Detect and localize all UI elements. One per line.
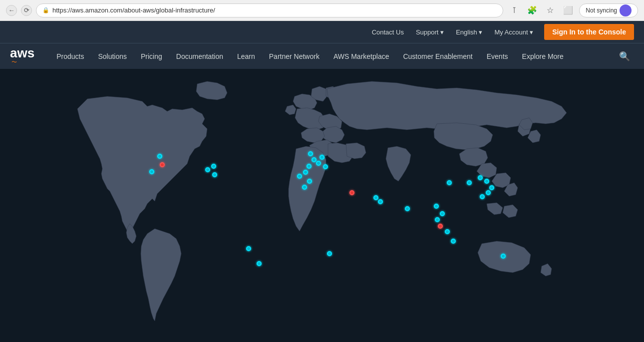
profile-avatar bbox=[620, 4, 632, 16]
contact-us-link[interactable]: Contact Us bbox=[367, 28, 409, 36]
back-button[interactable]: ← bbox=[6, 5, 17, 16]
not-syncing-label: Not syncing bbox=[586, 7, 617, 14]
nav-solutions[interactable]: Solutions bbox=[91, 43, 134, 69]
refresh-button[interactable]: ⟳ bbox=[21, 5, 32, 16]
location-dot-29 bbox=[440, 211, 445, 216]
location-dot-28 bbox=[434, 204, 439, 209]
location-dot-36 bbox=[257, 261, 262, 266]
location-dot-0 bbox=[157, 154, 162, 159]
not-syncing-button[interactable]: Not syncing bbox=[579, 3, 638, 17]
nav-customer-enablement[interactable]: Customer Enablement bbox=[396, 43, 479, 69]
extensions-button[interactable]: 🧩 bbox=[525, 3, 539, 17]
location-dot-4 bbox=[205, 167, 210, 172]
location-dot-12 bbox=[307, 164, 312, 169]
nav-search[interactable]: 🔍 bbox=[615, 47, 634, 66]
nav-partner-network[interactable]: Partner Network bbox=[262, 43, 326, 69]
lock-icon: 🔒 bbox=[42, 7, 49, 13]
location-dot-15 bbox=[307, 179, 312, 184]
location-dot-11 bbox=[323, 164, 328, 169]
world-map-svg bbox=[47, 69, 597, 342]
location-dot-34 bbox=[501, 254, 506, 259]
aws-logo[interactable]: aws 〜 bbox=[10, 46, 34, 66]
nav-documentation[interactable]: Documentation bbox=[169, 43, 230, 69]
my-account-label: My Account bbox=[494, 28, 528, 36]
location-dot-3 bbox=[211, 164, 216, 169]
location-dot-16 bbox=[302, 185, 307, 190]
reader-mode-button[interactable]: ⊺ bbox=[507, 3, 521, 17]
location-dot-31 bbox=[438, 224, 443, 229]
location-dot-24 bbox=[484, 179, 489, 184]
sign-in-button[interactable]: Sign In to the Console bbox=[544, 24, 634, 40]
nav-pricing[interactable]: Pricing bbox=[134, 43, 169, 69]
location-dot-1 bbox=[149, 169, 154, 174]
location-dot-13 bbox=[303, 170, 308, 175]
support-label: Support bbox=[416, 28, 439, 36]
browser-actions: ⊺ 🧩 ☆ ⬜ Not syncing bbox=[507, 3, 638, 17]
location-dot-6 bbox=[246, 246, 251, 251]
nav-items: Products Solutions Pricing Documentation… bbox=[49, 43, 615, 69]
aws-nav: aws 〜 Products Solutions Pricing Documen… bbox=[0, 43, 644, 69]
location-dot-10 bbox=[320, 155, 324, 160]
search-icon[interactable]: 🔍 bbox=[615, 47, 634, 66]
my-account-dropdown[interactable]: My Account ▾ bbox=[489, 28, 538, 36]
support-arrow: ▾ bbox=[440, 28, 444, 36]
english-arrow: ▾ bbox=[479, 28, 482, 36]
aws-top-bar: Contact Us Support ▾ English ▾ My Accoun… bbox=[0, 21, 644, 43]
my-account-arrow: ▾ bbox=[530, 28, 533, 36]
location-dot-35 bbox=[327, 251, 332, 256]
location-dot-25 bbox=[489, 185, 494, 190]
location-dot-30 bbox=[435, 217, 440, 222]
english-label: English bbox=[456, 28, 477, 36]
location-dot-22 bbox=[467, 180, 472, 185]
location-dot-14 bbox=[297, 174, 302, 179]
location-dot-32 bbox=[445, 229, 450, 234]
location-dot-8 bbox=[312, 157, 317, 162]
location-dot-9 bbox=[316, 161, 321, 166]
url-text: https://aws.amazon.com/about-aws/global-… bbox=[52, 6, 215, 14]
location-dot-18 bbox=[373, 195, 378, 200]
world-map-container bbox=[0, 69, 644, 342]
address-bar[interactable]: 🔒 https://aws.amazon.com/about-aws/globa… bbox=[36, 3, 503, 17]
browser-chrome: ← ⟳ 🔒 https://aws.amazon.com/about-aws/g… bbox=[0, 0, 644, 21]
location-dot-5 bbox=[212, 172, 217, 177]
location-dot-23 bbox=[478, 175, 483, 180]
location-dot-17 bbox=[349, 190, 354, 195]
favorites-button[interactable]: ☆ bbox=[543, 3, 557, 17]
nav-products[interactable]: Products bbox=[49, 43, 91, 69]
aws-logo-text: aws bbox=[10, 46, 34, 59]
collections-button[interactable]: ⬜ bbox=[561, 3, 575, 17]
location-dot-27 bbox=[480, 194, 485, 199]
nav-learn[interactable]: Learn bbox=[230, 43, 262, 69]
nav-events[interactable]: Events bbox=[480, 43, 515, 69]
support-dropdown[interactable]: Support ▾ bbox=[411, 28, 449, 36]
location-dot-33 bbox=[451, 239, 456, 244]
nav-aws-marketplace[interactable]: AWS Marketplace bbox=[326, 43, 396, 69]
nav-explore-more[interactable]: Explore More bbox=[515, 43, 571, 69]
location-dot-7 bbox=[308, 151, 313, 156]
location-dot-20 bbox=[405, 206, 410, 211]
location-dot-21 bbox=[447, 180, 452, 185]
location-dot-19 bbox=[378, 199, 383, 204]
location-dot-2 bbox=[160, 162, 165, 167]
english-dropdown[interactable]: English ▾ bbox=[451, 28, 487, 36]
location-dot-26 bbox=[486, 190, 491, 195]
